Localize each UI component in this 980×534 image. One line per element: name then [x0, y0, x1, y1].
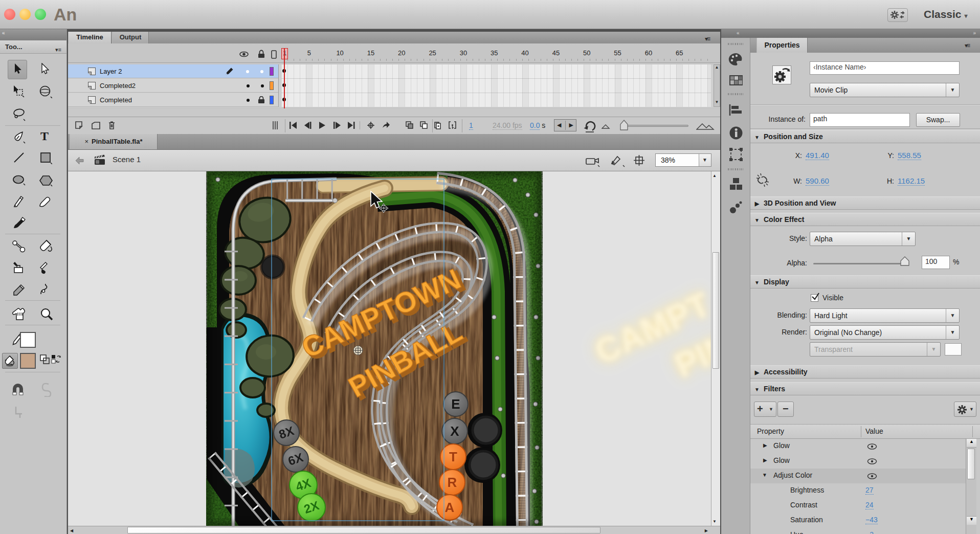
- svg-text:E: E: [451, 396, 460, 412]
- svg-text:A: A: [445, 500, 455, 515]
- svg-text:R: R: [448, 475, 457, 490]
- svg-text:X: X: [450, 424, 459, 439]
- svg-text:T: T: [449, 449, 457, 464]
